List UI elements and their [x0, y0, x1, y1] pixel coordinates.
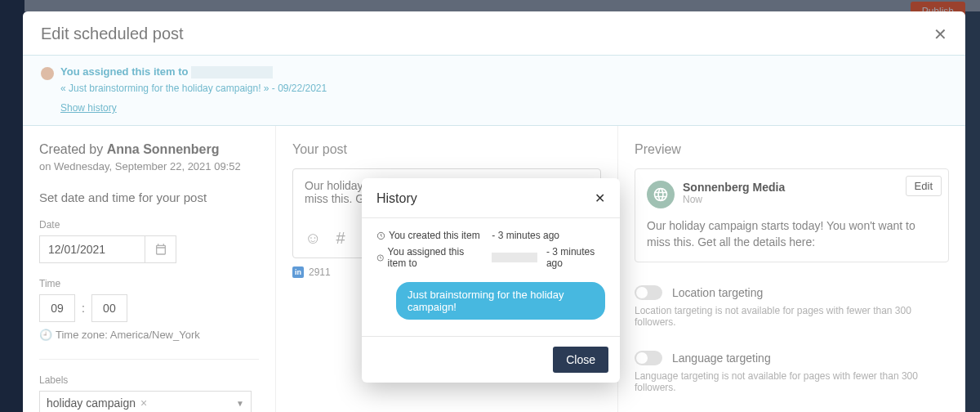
history-entry: You assigned this item to - 3 minutes ag… — [376, 246, 605, 269]
close-icon[interactable]: ✕ — [595, 192, 605, 205]
close-button[interactable]: Close — [553, 347, 608, 373]
redacted-name — [492, 253, 537, 262]
clock-icon — [376, 253, 385, 262]
history-modal: History ✕ You created this item - 3 minu… — [362, 178, 620, 383]
history-entry: You created this item - 3 minutes ago — [376, 230, 605, 241]
history-message-bubble: Just brainstorming for the holiday campa… — [396, 282, 605, 320]
clock-icon — [376, 231, 385, 240]
history-title: History — [376, 191, 417, 206]
